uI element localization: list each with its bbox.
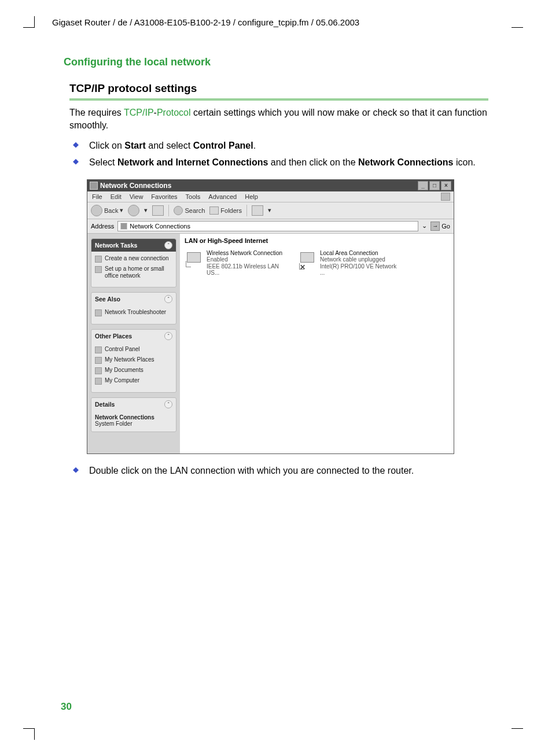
dropdown-icon[interactable]: ▾ (144, 206, 148, 214)
subsection-title: TCP/IP protocol settings (69, 82, 506, 95)
text: Select (89, 157, 117, 167)
back-label: Back (104, 207, 118, 214)
connection-status: Enabled (207, 256, 289, 263)
folder-icon (95, 357, 102, 364)
minimize-button[interactable]: _ (418, 181, 428, 190)
tasks-pane: Network Tasks ˆ Create a new connection … (87, 234, 180, 453)
search-icon (174, 206, 183, 215)
separator (168, 205, 169, 216)
close-button[interactable]: × (441, 181, 451, 190)
crop-mark-tr (511, 16, 523, 28)
connection-device: IEEE 802.11b Wireless LAN US... (207, 263, 289, 276)
network-icon (185, 250, 203, 268)
panel-title: Network Tasks (95, 242, 137, 249)
instruction-list-2: Double click on the LAN connection with … (69, 464, 488, 477)
forward-button[interactable] (128, 205, 139, 216)
item-label: Network Troubleshooter (105, 309, 166, 316)
panel-header[interactable]: See Also ˆ (91, 293, 176, 305)
details-name: Network Connections (95, 414, 172, 421)
folder-icon (95, 367, 102, 374)
page-number: 30 (61, 701, 72, 713)
category-header: LAN or High-Speed Internet (185, 237, 449, 244)
search-label: Search (185, 207, 205, 214)
item-label: Set up a home or small office network (105, 265, 172, 279)
wizard-icon (95, 266, 102, 273)
windows-flag-icon (441, 193, 450, 201)
ui-term: Start (124, 141, 145, 150)
titlebar: Network Connections _ □ × (87, 180, 454, 191)
folders-label: Folders (220, 207, 242, 214)
dropdown-icon[interactable]: ▾ (268, 206, 271, 214)
menu-tools[interactable]: Tools (186, 193, 201, 200)
menu-favorites[interactable]: Favorites (151, 193, 177, 200)
folders-icon (209, 206, 219, 215)
text: and select (146, 141, 193, 150)
screenshot-network-connections-window: Network Connections _ □ × File Edit View… (87, 179, 454, 454)
text: and then click on the (268, 157, 358, 167)
menu-edit[interactable]: Edit (111, 193, 122, 200)
panel-header[interactable]: Network Tasks ˆ (91, 239, 176, 252)
item-label: My Network Places (105, 356, 154, 363)
panel-details: Details ˆ Network Connections System Fol… (91, 397, 176, 432)
item-label: My Computer (105, 377, 139, 384)
address-icon (120, 223, 127, 230)
panel-other-places: Other Places ˆ Control Panel My Network … (91, 329, 176, 393)
back-button[interactable]: Back ▾ (91, 205, 123, 216)
connection-status: Network cable unplugged (320, 256, 402, 263)
views-button[interactable] (252, 205, 263, 216)
folder-icon (95, 346, 102, 353)
address-label: Address (91, 223, 114, 230)
panel-see-also: See Also ˆ Network Troubleshooter (91, 292, 176, 324)
maximize-button[interactable]: □ (429, 181, 440, 190)
crop-mark-bl (23, 728, 35, 740)
menu-help[interactable]: Help (245, 193, 258, 200)
go-icon: → (430, 222, 440, 231)
menu-file[interactable]: File (92, 193, 102, 200)
window-title: Network Connections (100, 182, 171, 190)
crop-mark-br (511, 728, 523, 740)
connection-name: Wireless Network Connection (207, 250, 289, 257)
ui-term: Network and Internet Connections (117, 157, 268, 167)
item-label: Create a new connection (105, 255, 169, 262)
go-button[interactable]: →Go (430, 222, 450, 231)
text: Click on (89, 141, 124, 150)
connection-device: Intel(R) PRO/100 VE Network ... (320, 263, 402, 276)
panel-title: Details (95, 401, 115, 408)
menu-view[interactable]: View (130, 193, 143, 200)
glossary-link-tcpip[interactable]: TCP/IP (124, 108, 154, 117)
menu-advanced[interactable]: Advanced (208, 193, 237, 200)
go-label: Go (441, 223, 450, 230)
collapse-icon: ˆ (164, 332, 172, 340)
menu-bar: File Edit View Favorites Tools Advanced … (87, 191, 454, 202)
address-input[interactable]: Network Connections (117, 221, 418, 231)
crop-mark-tl (23, 16, 35, 28)
network-icon-disconnected (298, 250, 317, 268)
link-network-places[interactable]: My Network Places (95, 356, 172, 364)
up-button[interactable] (152, 205, 164, 216)
collapse-icon: ˆ (164, 400, 172, 408)
connection-wireless[interactable]: Wireless Network Connection Enabled IEEE… (185, 250, 289, 276)
panel-header[interactable]: Details ˆ (91, 398, 176, 411)
task-create-connection[interactable]: Create a new connection (95, 255, 172, 263)
section-rule (69, 98, 488, 101)
link-control-panel[interactable]: Control Panel (95, 346, 172, 353)
text: icon. (454, 157, 476, 167)
connection-lan[interactable]: Local Area Connection Network cable unpl… (298, 250, 402, 276)
task-setup-network[interactable]: Set up a home or small office network (95, 265, 172, 279)
link-my-computer[interactable]: My Computer (95, 377, 172, 385)
item-label: Control Panel (105, 346, 140, 353)
wizard-icon (95, 256, 102, 263)
link-my-documents[interactable]: My Documents (95, 367, 172, 374)
glossary-link-protocol[interactable]: Protocol (157, 108, 191, 117)
window-icon (90, 182, 98, 190)
link-troubleshooter[interactable]: Network Troubleshooter (95, 309, 172, 316)
folders-button[interactable]: Folders (209, 206, 242, 215)
address-dropdown-icon[interactable]: ⌄ (422, 222, 427, 230)
toolbar: Back ▾ ▾ Search Folders ▾ (87, 202, 454, 219)
details-type: System Folder (95, 421, 172, 427)
panel-header[interactable]: Other Places ˆ (91, 330, 176, 342)
document-path-header: Gigaset Router / de / A31008-E105-B100-2… (52, 17, 506, 27)
search-button[interactable]: Search (174, 206, 205, 215)
collapse-icon: ˆ (164, 241, 172, 249)
connections-pane: LAN or High-Speed Internet Wireless Netw… (180, 234, 454, 453)
